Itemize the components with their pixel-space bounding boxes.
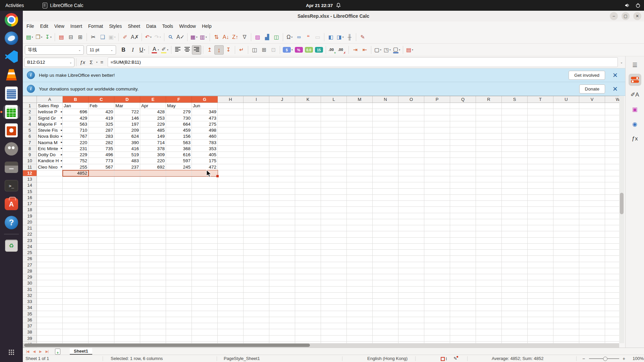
- cell-W27[interactable]: [605, 262, 619, 268]
- cell-F7[interactable]: 563: [166, 140, 192, 146]
- cell-L12[interactable]: [321, 170, 347, 176]
- cell-B4[interactable]: 563: [63, 121, 89, 127]
- cell-R28[interactable]: [476, 268, 502, 274]
- cell-M36[interactable]: [347, 317, 373, 323]
- cell-I6[interactable]: [244, 133, 269, 139]
- cell-L17[interactable]: [321, 201, 347, 207]
- cell-V21[interactable]: [579, 225, 605, 231]
- cell-U8[interactable]: [553, 146, 579, 152]
- sidebar-gallery[interactable]: ▣: [629, 103, 641, 115]
- cell-D28[interactable]: [114, 268, 140, 274]
- cell-W34[interactable]: [605, 305, 619, 311]
- cell-W18[interactable]: [605, 207, 619, 213]
- cell-K26[interactable]: [295, 256, 321, 262]
- cell-K30[interactable]: [295, 280, 321, 286]
- clone-formatting-button[interactable]: ✐: [120, 33, 130, 42]
- cell-M17[interactable]: [347, 201, 373, 207]
- cell-R29[interactable]: [476, 274, 502, 280]
- insert-image-button[interactable]: ▨: [253, 33, 262, 42]
- cell-G15[interactable]: [192, 189, 218, 195]
- cell-L10[interactable]: [321, 158, 347, 164]
- cell-G19[interactable]: [192, 213, 218, 219]
- cell-C19[interactable]: [89, 213, 114, 219]
- cell-K11[interactable]: [295, 164, 321, 170]
- cell-K16[interactable]: [295, 195, 321, 201]
- cell-I23[interactable]: [244, 238, 269, 244]
- cell-J17[interactable]: [269, 201, 295, 207]
- highlighting-color-button[interactable]: ✐▾: [160, 45, 169, 55]
- cell-I16[interactable]: [244, 195, 269, 201]
- cell-O4[interactable]: [398, 121, 424, 127]
- cell-B23[interactable]: [63, 238, 89, 244]
- cell-A36[interactable]: [37, 317, 63, 323]
- cell-S10[interactable]: [502, 158, 528, 164]
- cell-C5[interactable]: 287: [89, 127, 114, 133]
- column-header-B[interactable]: B: [63, 96, 89, 103]
- cell-M31[interactable]: [347, 287, 373, 293]
- cell-D38[interactable]: [114, 329, 140, 335]
- cell-C18[interactable]: [89, 207, 114, 213]
- cell-V35[interactable]: [579, 311, 605, 317]
- cell-I38[interactable]: [244, 329, 269, 335]
- cell-Q8[interactable]: [450, 146, 476, 152]
- cell-U29[interactable]: [553, 274, 579, 280]
- row-header-5[interactable]: 5: [23, 127, 37, 133]
- cell-R30[interactable]: [476, 280, 502, 286]
- selection-info[interactable]: Selected: 1 row, 6 columns: [111, 356, 163, 361]
- cell-Q37[interactable]: [450, 323, 476, 329]
- cell-A8[interactable]: Eric Minte: [37, 146, 63, 152]
- cell-D17[interactable]: [114, 201, 140, 207]
- cell-N2[interactable]: [373, 109, 398, 115]
- insert-chart-button[interactable]: ▟: [262, 33, 272, 42]
- cell-C21[interactable]: [89, 225, 114, 231]
- cell-F28[interactable]: [166, 268, 192, 274]
- cell-A11[interactable]: Cleo Nixo: [37, 164, 63, 170]
- insert-row-button[interactable]: ▦▾: [189, 33, 199, 42]
- cell-M2[interactable]: [347, 109, 373, 115]
- zoom-level[interactable]: 100%: [633, 356, 644, 361]
- cell-E21[interactable]: [140, 225, 166, 231]
- cell-V12[interactable]: [579, 170, 605, 176]
- cell-I8[interactable]: [244, 146, 269, 152]
- cell-P1[interactable]: [424, 103, 450, 109]
- cell-W8[interactable]: [605, 146, 619, 152]
- cell-D35[interactable]: [114, 311, 140, 317]
- cell-E30[interactable]: [140, 280, 166, 286]
- cell-E11[interactable]: 692: [140, 164, 166, 170]
- new-button[interactable]: ▤▾: [25, 33, 34, 42]
- cell-F21[interactable]: [166, 225, 192, 231]
- cell-P33[interactable]: [424, 299, 450, 305]
- cell-O19[interactable]: [398, 213, 424, 219]
- cell-P22[interactable]: [424, 231, 450, 237]
- get-involved-button[interactable]: Get involved: [569, 71, 605, 80]
- cell-I26[interactable]: [244, 256, 269, 262]
- cell-W4[interactable]: [605, 121, 619, 127]
- cell-B14[interactable]: [63, 182, 89, 188]
- dock-libreoffice-impress[interactable]: [3, 123, 20, 137]
- row-header-30[interactable]: 30: [23, 280, 37, 286]
- cell-S5[interactable]: [502, 127, 528, 133]
- cell-U7[interactable]: [553, 140, 579, 146]
- cell-A31[interactable]: [37, 287, 63, 293]
- cell-H15[interactable]: [218, 189, 244, 195]
- cell-G32[interactable]: [192, 293, 218, 299]
- cell-Q29[interactable]: [450, 274, 476, 280]
- cell-G12[interactable]: [192, 170, 218, 176]
- focused-app-indicator[interactable]: LibreOffice Calc: [43, 3, 83, 8]
- cell-S18[interactable]: [502, 207, 528, 213]
- cell-U35[interactable]: [553, 311, 579, 317]
- cell-M23[interactable]: [347, 238, 373, 244]
- cell-L14[interactable]: [321, 182, 347, 188]
- row-header-19[interactable]: 19: [23, 213, 37, 219]
- cell-S21[interactable]: [502, 225, 528, 231]
- cell-R31[interactable]: [476, 287, 502, 293]
- cell-M32[interactable]: [347, 293, 373, 299]
- row-header-35[interactable]: 35: [23, 311, 37, 317]
- cell-H3[interactable]: [218, 115, 244, 121]
- cell-T25[interactable]: [528, 250, 553, 256]
- row-header-28[interactable]: 28: [23, 268, 37, 274]
- cell-Q30[interactable]: [450, 280, 476, 286]
- cell-Q28[interactable]: [450, 268, 476, 274]
- dock-show-applications[interactable]: [3, 345, 20, 359]
- cell-P4[interactable]: [424, 121, 450, 127]
